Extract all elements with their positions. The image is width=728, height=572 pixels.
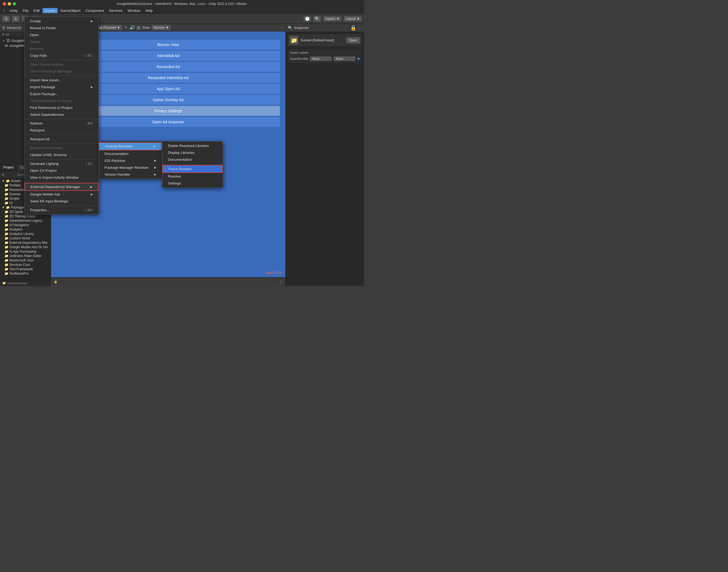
lighting-icon[interactable]: ☀ [124,25,128,30]
ctx-reimport-label: Reimport [30,128,45,132]
ctx-edm[interactable]: External Dependency Manager ▶ [24,183,98,191]
layout-label: Layout [346,17,355,21]
tree-newtonsoft[interactable]: 📁 Newtonsoft Json [0,258,51,263]
ar-settings[interactable]: Settings [162,180,223,187]
menu-unity[interactable]: Unity [7,8,20,13]
effects-icon[interactable]: ▦ [137,25,141,30]
edm-ios-resolver[interactable]: iOS Resolver ▶ [99,157,162,164]
advertisement-icon: 📁 [4,219,9,223]
textmeshpro-icon: 📁 [4,272,9,276]
ctx-open[interactable]: Open [24,31,98,38]
menu-gameobject[interactable]: GameObject [58,8,83,13]
asset-bundle-dropdown[interactable]: None [310,56,332,61]
ctx-export-package[interactable]: Export Package... [24,90,98,97]
tree-jetbrains[interactable]: 📁 JetBrains Rider Editor [0,254,51,258]
ctx-import-new-asset[interactable]: Import New Asset... [24,77,98,84]
ctx-reimport-all[interactable]: Reimport All [24,136,98,143]
resources-icon: 📁 [4,188,9,192]
search-btn[interactable]: 🔍 [313,16,321,22]
tree-advertisement[interactable]: 📁 Advertisement Legacy [0,218,51,223]
scripts-label: Scripts [9,197,19,201]
ar-documentation[interactable]: Documentation [162,156,223,163]
ctx-properties[interactable]: Properties... ⌥⌘P [24,207,98,213]
ar-delete-libraries[interactable]: Delete Resolved Libraries [162,142,223,149]
history-btn[interactable]: 🕐 [303,16,311,22]
ctx-update-uxml[interactable]: Update UXML Schema [24,151,98,158]
ctx-open-csharp-label: Open C# Project [30,168,57,173]
ctx-gma[interactable]: Google Mobile Ads ▶ [24,191,98,198]
layers-dropdown[interactable]: Layers ▼ [323,16,341,21]
minimize-button[interactable] [8,2,11,5]
tree-gma[interactable]: 📁 Google Mobile Ads for Uni [0,245,51,249]
menu-services[interactable]: Services [107,8,125,13]
ctx-generate-lighting[interactable]: Generate Lighting ⇧⌘L [24,160,98,167]
custom-nunit-label: Custom NUnit [9,236,30,240]
tree-analytics[interactable]: 📁 Analytics [0,227,51,232]
edm-pkg-manager-resolver[interactable]: Package Manager Resolver ▶ [99,164,162,171]
iap-icon: 📁 [4,249,9,254]
analytics-library-icon: 📁 [4,232,9,236]
ctx-view-import-activity[interactable]: View in Import Activity Window [24,174,98,181]
asset-bundle-none2-dropdown[interactable]: None [334,56,355,61]
tree-edm[interactable]: 📁 External Dependency Mar [0,240,51,245]
tab-project[interactable]: Project [0,164,17,171]
ctx-reimport[interactable]: Reimport [24,127,98,134]
ar-resolve[interactable]: Resolve [162,173,223,180]
layout-dropdown[interactable]: Layout ▼ [344,16,362,21]
open-asset-button[interactable]: Open [346,37,360,43]
add-asset-btn[interactable]: + [2,172,4,177]
menu-apple[interactable]:  [1,8,7,13]
tree-test-framework[interactable]: 📁 Test Framework [0,267,51,271]
play-focused-label: Play Focused [96,26,116,29]
edm-pkg-arrow: ▶ [154,166,156,169]
ctx-seed-xr[interactable]: Seed XR Input Bindings [24,198,98,205]
ctx-open-csharp[interactable]: Open C# Project [24,167,98,174]
tree-analytics-library[interactable]: 📁 Analytics Library [0,232,51,236]
menu-window[interactable]: Window [126,8,143,13]
menu-component[interactable]: Component [83,8,106,13]
android-resolver-submenu[interactable]: Delete Resolved Libraries Display Librar… [162,141,223,188]
menu-help[interactable]: Help [143,8,155,13]
edm-documentation[interactable]: Documentation [99,150,162,157]
ctx-copy-path[interactable]: Copy Path ⌥⌘C [24,52,98,59]
scene-lock-icon[interactable]: 🔒 [54,280,58,284]
prefabs-icon: 📁 [4,184,9,187]
ctx-create[interactable]: Create ▶ [24,18,98,24]
ar-display-libraries[interactable]: Display Libraries [162,149,223,156]
primary-context-menu[interactable]: Create ▶ Reveal in Finder Open Delete Re… [24,16,99,215]
audio-icon[interactable]: 🔊 [129,25,135,30]
inspector-lock-icon[interactable]: 🔒 [350,25,356,31]
tree-services-core[interactable]: 📁 Services Core [0,263,51,267]
ctx-edm-label: External Dependency Manager [30,185,80,189]
edm-android-resolver[interactable]: Android Resolver ▶ [99,142,162,150]
tree-2d-tilemap[interactable]: 📁 2D Tilemap Editor [0,214,51,218]
tree-textmeshpro[interactable]: 📁 TextMeshPro [0,271,51,276]
ctx-reveal-finder[interactable]: Reveal in Finder [24,24,98,31]
tree-iap[interactable]: 📁 In App Purchasing [0,249,51,254]
hierarchy-icon: ☰ [2,26,5,30]
ar-force-resolve[interactable]: Force Resolve [162,165,223,173]
ctx-import-package[interactable]: Import Package ▶ [24,84,98,90]
ctx-find-refs-project[interactable]: Find References In Project [24,104,98,111]
menu-edit[interactable]: Edit [31,8,42,13]
close-button[interactable] [3,2,6,5]
user-badge[interactable]: JL [12,16,19,22]
edm-submenu[interactable]: Android Resolver ▶ Documentation iOS Res… [99,141,162,179]
menu-assets[interactable]: Assets [43,8,58,13]
gizmos-dropdown[interactable]: Gizmos ▼ [151,25,171,30]
ctx-select-deps[interactable]: Select Dependencies [24,111,98,118]
ctx-properties-shortcut: ⌥⌘P [84,208,93,212]
maximize-button[interactable] [13,2,16,5]
hierarchy-toggle-btn[interactable]: ☰ [2,16,10,22]
inspector-more-icon[interactable]: ⋮ [358,26,362,30]
ctx-refresh[interactable]: Refresh ⌘R [24,120,98,127]
menu-file[interactable]: File [20,8,30,13]
analytics-label: Analytics [9,227,23,231]
scene-bottom-more[interactable]: ⋮ [279,280,283,284]
scene-more-icon[interactable]: ⋮ [280,26,283,29]
edm-version-handler[interactable]: Version Handler ▶ [99,171,162,178]
tree-ai-nav[interactable]: 📁 AI Navigation [0,223,51,227]
tree-custom-nunit[interactable]: 📁 Custom NUnit [0,236,51,240]
scripts-icon: 📁 [4,197,9,201]
stats-btn[interactable]: Stats [142,26,150,29]
